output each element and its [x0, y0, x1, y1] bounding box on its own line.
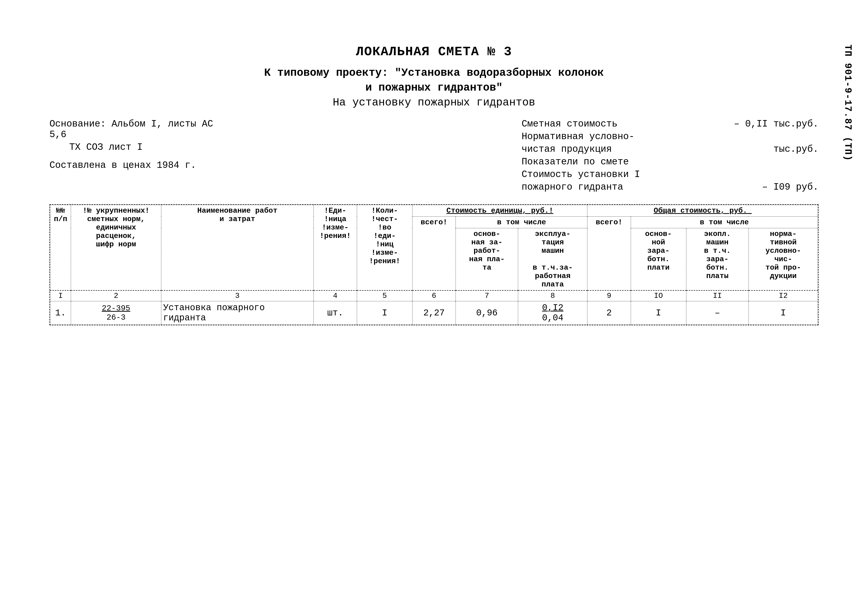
header-col-unit: !Еди-!ница!изме-!рения! [313, 205, 357, 291]
row-total-unit: 2,27 [412, 301, 456, 325]
header-col-name: Наименование работи затрат [161, 205, 313, 291]
row-basic-wage-total: I [631, 301, 686, 325]
row-norm-prod: I [749, 301, 818, 325]
info-right: Сметная стоимость – 0,II тыс.руб. Нормат… [522, 118, 818, 194]
row-name: Установка пожарногогидранта [161, 301, 313, 325]
header-col-num: №№п/п [50, 205, 71, 291]
page: ТП 901-9-17.87 (ТП) ЛОКАЛЬНАЯ СМЕТА № 3 … [0, 0, 868, 614]
info-stoimost-label1: Стоимость установки I [522, 169, 640, 180]
subtitle-project: К типовому проекту: "Установка водоразбо… [50, 67, 818, 79]
colnum-7: 7 [456, 291, 518, 301]
row-code-value2: 26-3 [107, 313, 126, 322]
info-norm-line2: чистая продукция тыс.руб. [522, 144, 818, 154]
info-left-line3: Составлена в ценах 1984 г. [50, 160, 223, 171]
colnum-6: 6 [412, 291, 456, 301]
header-col6: всего! [412, 217, 456, 291]
colnum-2: 2 [71, 291, 161, 301]
row-basic-wage: 0,96 [456, 301, 518, 325]
header-col12: норма-тивнойусловно-чис-той про-дукции [749, 228, 818, 291]
subtitle-work: На установку пожарных гидрантов [50, 96, 818, 109]
row-qty: I [357, 301, 412, 325]
info-norm-label2: чистая продукция [522, 144, 612, 154]
colnum-9: 9 [587, 291, 631, 301]
row-machine-exp-val1: 0,I2 [542, 303, 563, 313]
info-left: Основание: Альбом I, листы АС 5,6 ТХ СОЗ… [50, 118, 223, 194]
side-text: ТП 901-9-17.87 (ТП) [843, 45, 853, 161]
colnum-11: II [686, 291, 749, 301]
info-pokazateli-row: Показатели по смете [522, 157, 818, 167]
header-obshaya: Общая стоимость, руб._ [587, 205, 818, 217]
row-machine-total: – [686, 301, 749, 325]
header-col9: всего! [587, 217, 631, 291]
title-block: ЛОКАЛЬНАЯ СМЕТА № 3 К типовому проекту: … [50, 45, 818, 109]
info-stoimost-line2: пожарного гидранта – I09 руб. [522, 182, 818, 192]
colnum-10: IO [631, 291, 686, 301]
header-col7a: основ-ная за-работ-ная пла-та [456, 228, 518, 291]
subtitle-project2: и пожарных гидрантов" [50, 81, 818, 94]
row-total-overall: 2 [587, 301, 631, 325]
info-normativnaya-row: Нормативная условно- чистая продукция ты… [522, 131, 818, 154]
row-num: 1. [50, 301, 71, 325]
header-row-1: №№п/п !№ укрупненных!сметных норм,единич… [50, 205, 818, 217]
info-norm-line1: Нормативная условно- [522, 131, 818, 142]
header-obshaya-label: Общая стоимость, руб._ [654, 207, 752, 215]
info-block: Основание: Альбом I, листы АС 5,6 ТХ СОЗ… [50, 118, 818, 194]
header-col11: экопл.машинв т.ч.зара-ботн.платы [686, 228, 749, 291]
header-col10: основ-нойзара-ботн.плати [631, 228, 686, 291]
header-col-codes: !№ укрупненных!сметных норм,единичныхрас… [71, 205, 161, 291]
table-row: 1. 22-395 26-3 Установка пожарногогидран… [50, 301, 818, 325]
colnum-8: 8 [518, 291, 587, 301]
info-left-line2: ТХ СОЗ лист I [69, 142, 223, 152]
info-smetnaya-label: Сметная стоимость [522, 118, 618, 129]
header-vtom-chisle: в том числе [456, 217, 587, 228]
header-vtom-chisle2: в том числе [631, 217, 818, 228]
header-stoimost-unit-label: Стоимость единицы, руб.! [446, 207, 553, 215]
info-stoimost-line1: Стоимость установки I [522, 169, 818, 180]
colnum-12: I2 [749, 291, 818, 301]
main-table: №№п/п !№ укрупненных!сметных норм,единич… [50, 205, 818, 325]
row-unit: шт. [313, 301, 357, 325]
colnum-5: 5 [357, 291, 412, 301]
info-pokazateli-label: Показатели по смете [522, 157, 629, 167]
row-machine-exp: 0,I2 0,04 [518, 301, 587, 325]
info-norm-val: тыс.руб. [773, 144, 818, 154]
colnum-3: 3 [161, 291, 313, 301]
col-number-row: I 2 3 4 5 6 7 8 9 IO II I2 [50, 291, 818, 301]
info-stoimost-row: Стоимость установки I пожарного гидранта… [522, 169, 818, 192]
info-smetnaya-row: Сметная стоимость – 0,II тыс.руб. [522, 118, 818, 129]
colnum-4: 4 [313, 291, 357, 301]
main-title: ЛОКАЛЬНАЯ СМЕТА № 3 [50, 45, 818, 59]
header-col-qty: !Коли-!чест-!во!еди-!ниц!изме-!рения! [357, 205, 412, 291]
info-stoimost-label2: пожарного гидранта [522, 182, 623, 192]
row-machine-exp-val2: 0,04 [542, 313, 563, 323]
row-code-value: 22-395 [102, 304, 130, 313]
header-stoimost-unit: Стоимость единицы, руб.! [412, 205, 587, 217]
info-smetnaya-val: – 0,II тыс.руб. [734, 118, 818, 129]
main-table-container: №№п/п !№ укрупненных!сметных норм,единич… [50, 204, 818, 325]
row-code: 22-395 26-3 [71, 301, 161, 325]
info-left-line1: Основание: Альбом I, листы АС 5,6 [50, 118, 223, 140]
colnum-1: I [50, 291, 71, 301]
header-col8: эксплуа-тациямашинв т.ч.за-работнаяплата [518, 228, 587, 291]
info-stoimost-val: – I09 руб. [762, 182, 818, 192]
info-norm-label1: Нормативная условно- [522, 131, 634, 142]
